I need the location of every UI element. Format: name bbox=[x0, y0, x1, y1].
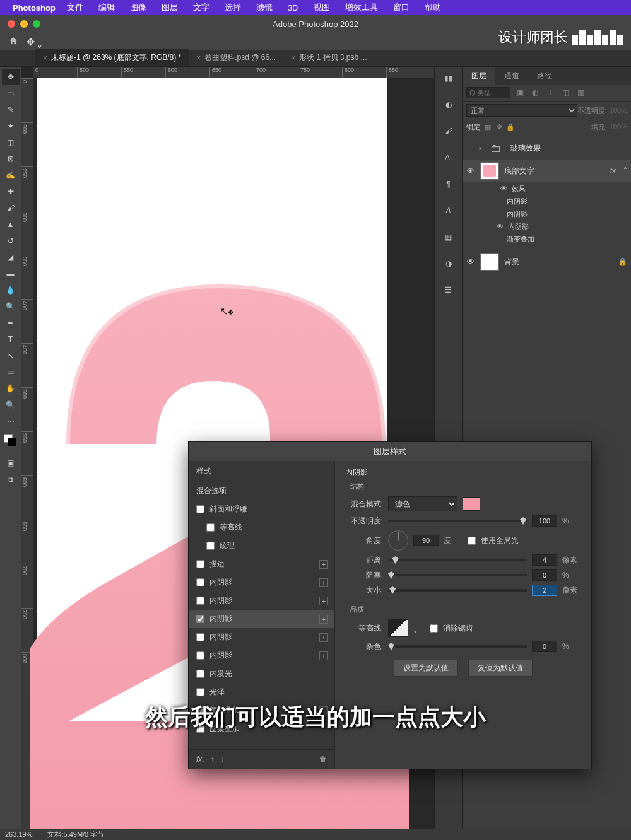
minimize-button[interactable] bbox=[20, 20, 28, 28]
app-name[interactable]: Photoshop bbox=[13, 3, 56, 13]
effect-item[interactable]: 渐变叠加 bbox=[463, 233, 631, 245]
document-info[interactable]: 文档:5.49M/0 字节 bbox=[47, 830, 104, 839]
chevron-up-icon[interactable]: ˄ bbox=[623, 166, 627, 175]
quick-select-tool[interactable]: ✦ bbox=[2, 119, 20, 134]
eyedropper-tool[interactable]: ✍ bbox=[2, 168, 20, 183]
opacity-slider[interactable] bbox=[388, 520, 527, 522]
lock-position-icon[interactable]: ✥ bbox=[493, 122, 505, 132]
path-select-tool[interactable]: ↖ bbox=[2, 348, 20, 363]
checkbox[interactable] bbox=[196, 633, 204, 641]
global-light-checkbox[interactable] bbox=[468, 537, 476, 545]
close-icon[interactable]: × bbox=[196, 54, 201, 62]
checkbox[interactable] bbox=[196, 560, 204, 568]
reset-default-button[interactable]: 复位为默认值 bbox=[468, 660, 533, 677]
effect-item[interactable]: 内阴影 bbox=[463, 195, 631, 207]
close-icon[interactable]: × bbox=[43, 54, 47, 62]
choke-slider[interactable] bbox=[388, 574, 527, 576]
hand-tool[interactable]: ✋ bbox=[2, 381, 20, 396]
checkbox[interactable] bbox=[196, 670, 204, 678]
distance-input[interactable] bbox=[532, 554, 557, 566]
fill-value[interactable]: 100% bbox=[610, 123, 627, 131]
zoom-level[interactable]: 263.19% bbox=[5, 831, 32, 838]
screen-mode[interactable]: ⧉ bbox=[2, 472, 20, 487]
blend-mode-select[interactable]: 正常 bbox=[466, 104, 577, 117]
distance-slider[interactable] bbox=[388, 559, 527, 561]
opacity-input[interactable] bbox=[532, 515, 557, 527]
noise-slider[interactable] bbox=[388, 645, 527, 648]
effects-header[interactable]: 👁效果 bbox=[463, 182, 631, 195]
tab-channels[interactable]: 通道 bbox=[495, 67, 528, 85]
menu-type[interactable]: 文字 bbox=[193, 2, 209, 13]
checkbox[interactable] bbox=[196, 688, 204, 696]
move-tool-icon[interactable]: ✥ ˬ bbox=[27, 36, 42, 48]
tab-paths[interactable]: 路径 bbox=[528, 67, 561, 85]
menu-layer[interactable]: 图层 bbox=[162, 2, 178, 13]
style-texture[interactable]: 纹理 bbox=[189, 537, 334, 555]
home-icon[interactable] bbox=[8, 36, 19, 48]
menu-image[interactable]: 图像 bbox=[130, 2, 146, 13]
down-icon[interactable]: ↓ bbox=[221, 755, 225, 764]
lock-pixels-icon[interactable]: ▦ bbox=[482, 122, 493, 132]
type-tool[interactable]: T bbox=[2, 332, 20, 347]
menu-3d[interactable]: 3D bbox=[288, 3, 298, 13]
visibility-icon[interactable]: 👁 bbox=[466, 166, 475, 175]
zoom-tool[interactable]: 🔍 bbox=[2, 397, 20, 412]
menu-filter[interactable]: 滤镜 bbox=[256, 2, 273, 13]
document-tab[interactable]: ×未标题-1 @ 263% (底部文字, RGB/8) * bbox=[35, 49, 189, 66]
add-icon[interactable]: + bbox=[319, 615, 328, 624]
effect-item[interactable]: 内阴影 bbox=[463, 207, 631, 220]
size-slider[interactable] bbox=[388, 589, 527, 592]
style-inner-glow[interactable]: 内发光 bbox=[189, 665, 334, 683]
frame-tool[interactable]: ⊠ bbox=[2, 151, 20, 166]
clone-tool[interactable]: ▲ bbox=[2, 217, 20, 232]
choke-input[interactable] bbox=[532, 569, 557, 581]
swatches-icon[interactable]: ▦ bbox=[441, 230, 456, 245]
healing-tool[interactable]: ✚ bbox=[2, 184, 20, 199]
properties-icon[interactable]: ☰ bbox=[441, 283, 456, 298]
add-icon[interactable]: + bbox=[319, 578, 328, 587]
checkbox[interactable] bbox=[196, 505, 204, 513]
make-default-button[interactable]: 设置为默认值 bbox=[394, 660, 458, 677]
trash-icon[interactable]: 🗑 bbox=[319, 755, 327, 764]
style-inner-shadow-selected[interactable]: 内阴影+ bbox=[189, 610, 334, 628]
filter-type-icon[interactable]: T bbox=[545, 88, 556, 98]
filter-shape-icon[interactable]: ◫ bbox=[560, 88, 571, 98]
noise-input[interactable] bbox=[532, 641, 557, 652]
checkbox[interactable] bbox=[196, 651, 204, 660]
lock-all-icon[interactable]: 🔒 bbox=[505, 122, 516, 132]
blending-options[interactable]: 混合选项 bbox=[189, 482, 334, 500]
document-tab[interactable]: ×形状 1 拷贝 3.psb ... bbox=[283, 49, 374, 66]
up-icon[interactable]: ↑ bbox=[211, 755, 215, 764]
add-icon[interactable]: + bbox=[319, 560, 328, 569]
tab-layers[interactable]: 图层 bbox=[463, 67, 495, 85]
glyphs-icon[interactable]: A bbox=[441, 203, 456, 218]
style-inner-shadow[interactable]: 内阴影+ bbox=[189, 646, 334, 665]
angle-input[interactable] bbox=[413, 535, 439, 546]
visibility-icon[interactable]: 👁 bbox=[466, 257, 475, 266]
gradient-tool[interactable]: ▬ bbox=[2, 266, 20, 281]
brushes-icon[interactable]: 🖌 bbox=[441, 124, 456, 139]
filter-image-icon[interactable]: ▣ bbox=[514, 88, 526, 98]
document-tab[interactable]: ×卷曲塑料.psd @ 66... bbox=[189, 49, 283, 66]
contour-picker[interactable] bbox=[388, 619, 408, 637]
marquee-tool[interactable]: ▭ bbox=[2, 86, 20, 101]
layer-group[interactable]: › 🗀 玻璃效果 bbox=[463, 137, 631, 160]
style-inner-shadow[interactable]: 内阴影+ bbox=[189, 573, 334, 592]
color-swatch[interactable] bbox=[463, 497, 480, 511]
eraser-tool[interactable]: ◢ bbox=[2, 250, 20, 265]
brush-tool[interactable]: 🖌 bbox=[2, 201, 20, 216]
menu-view[interactable]: 视图 bbox=[314, 2, 330, 13]
layer-thumbnail[interactable] bbox=[480, 253, 499, 271]
character-icon[interactable]: A| bbox=[441, 150, 456, 165]
add-icon[interactable]: + bbox=[319, 633, 328, 642]
close-icon[interactable]: × bbox=[291, 54, 295, 62]
effect-item[interactable]: 👁内阴影 bbox=[463, 220, 631, 233]
dodge-tool[interactable]: 🔍 bbox=[2, 299, 20, 314]
style-inner-shadow[interactable]: 内阴影+ bbox=[189, 628, 334, 646]
style-contour[interactable]: 等高线 bbox=[189, 518, 334, 537]
crop-tool[interactable]: ◫ bbox=[2, 135, 20, 150]
opacity-value[interactable]: 100% bbox=[610, 107, 627, 114]
style-inner-shadow[interactable]: 内阴影+ bbox=[189, 592, 334, 610]
quick-mask[interactable]: ▣ bbox=[2, 455, 20, 470]
pen-tool[interactable]: ✒ bbox=[2, 315, 20, 330]
